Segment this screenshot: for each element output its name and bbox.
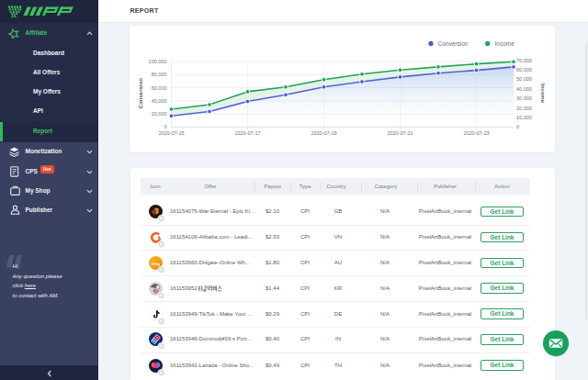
- svg-text:Income: Income: [539, 83, 545, 103]
- svg-text:40,000: 40,000: [516, 85, 532, 91]
- svg-text:60,000: 60,000: [151, 84, 166, 90]
- svg-text:Conversion: Conversion: [437, 39, 468, 46]
- svg-text:0: 0: [516, 124, 519, 129]
- svg-text:2020-07-21: 2020-07-21: [387, 130, 413, 136]
- svg-text:DHg: DHg: [151, 261, 159, 265]
- svg-text:70,000: 70,000: [516, 57, 532, 62]
- svg-text:20,000: 20,000: [151, 111, 166, 117]
- svg-text:30,000: 30,000: [516, 95, 532, 101]
- svg-text:100,000: 100,000: [148, 59, 166, 64]
- svg-text:60,000: 60,000: [516, 66, 532, 72]
- svg-text:0: 0: [164, 124, 166, 129]
- svg-text:Conversion: Conversion: [138, 77, 143, 107]
- svg-text:2020-07-23: 2020-07-23: [463, 130, 489, 136]
- svg-text:Income: Income: [494, 39, 514, 46]
- svg-text:20,000: 20,000: [516, 105, 532, 110]
- svg-text:2020-07-17: 2020-07-17: [234, 130, 260, 136]
- svg-text:10,000: 10,000: [516, 114, 532, 119]
- svg-text:2020-07-19: 2020-07-19: [311, 130, 336, 136]
- svg-text:2020-07-15: 2020-07-15: [158, 130, 184, 136]
- svg-text:40,000: 40,000: [151, 97, 166, 103]
- svg-text:80,000: 80,000: [151, 72, 166, 77]
- svg-text:50,000: 50,000: [516, 76, 532, 82]
